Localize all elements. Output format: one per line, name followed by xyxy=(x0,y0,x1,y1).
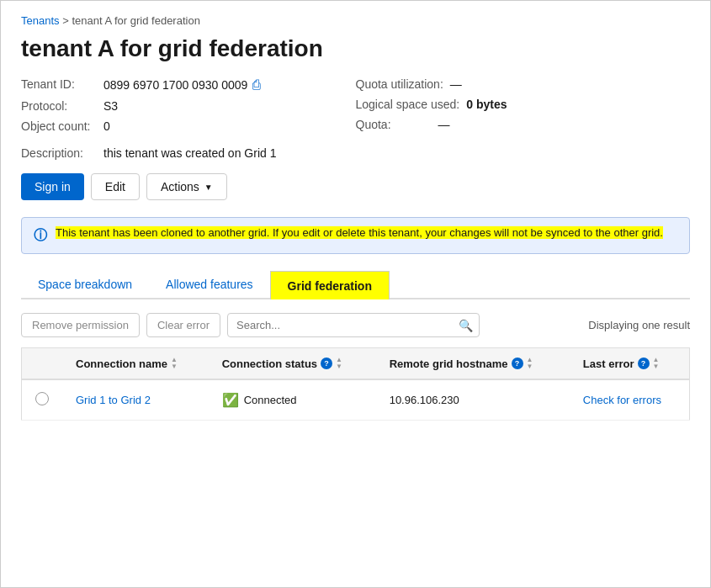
connection-status-value: Connected xyxy=(244,394,297,406)
actions-label: Actions xyxy=(161,180,199,193)
tab-space-breakdown-label: Space breakdown xyxy=(38,278,132,291)
row-select-cell xyxy=(22,379,63,421)
quota-utilization-value: — xyxy=(450,77,462,91)
quota-utilization-row: Quota utilization: — xyxy=(356,77,691,91)
sort-remote-grid-hostname[interactable]: ▲ ▼ xyxy=(527,357,533,370)
description-label: Description: xyxy=(21,146,97,160)
description-row: Description: this tenant was created on … xyxy=(21,146,690,160)
th-last-error: Last error ? ▲ ▼ xyxy=(570,348,690,380)
logical-space-value: 0 bytes xyxy=(466,98,507,111)
banner-text: This tenant has been cloned to another g… xyxy=(56,226,663,239)
object-count-label: Object count: xyxy=(21,119,97,133)
actions-button[interactable]: Actions ▼ xyxy=(146,173,227,200)
tenant-info-left: Tenant ID: 0899 6970 1700 0930 0009 ⎙ Pr… xyxy=(21,77,356,133)
row-radio[interactable] xyxy=(35,392,49,405)
remote-grid-hostname-help-icon[interactable]: ? xyxy=(512,358,523,369)
th-connection-name-label: Connection name xyxy=(76,358,167,370)
tenant-id-value-row: 0899 6970 1700 0930 0009 ⎙ xyxy=(103,77,261,93)
quota-value: — xyxy=(438,118,450,131)
quota-label: Quota: xyxy=(356,118,432,131)
page-title: tenant A for grid federation xyxy=(21,35,690,62)
data-table: Connection name ▲ ▼ Connection status ? … xyxy=(21,347,690,421)
description-value: this tenant was created on Grid 1 xyxy=(103,146,276,160)
chevron-down-icon: ▼ xyxy=(204,183,213,192)
tenant-id-row: Tenant ID: 0899 6970 1700 0930 0009 ⎙ xyxy=(21,77,356,93)
connection-name-link[interactable]: Grid 1 to Grid 2 xyxy=(76,394,151,406)
connection-status-help-icon[interactable]: ? xyxy=(321,358,332,369)
tab-allowed-features[interactable]: Allowed features xyxy=(149,271,270,299)
quota-utilization-label: Quota utilization: xyxy=(356,77,443,91)
logical-space-label: Logical space used: xyxy=(356,98,460,111)
table-row: Grid 1 to Grid 2 ✅ Connected 10.96.106.2… xyxy=(22,379,690,421)
copy-icon[interactable]: ⎙ xyxy=(252,77,261,93)
banner-highlight: This tenant has been cloned to another g… xyxy=(56,226,663,239)
tabs-row: Space breakdown Allowed features Grid fe… xyxy=(21,271,690,299)
search-input[interactable] xyxy=(227,313,480,337)
th-remote-grid-hostname: Remote grid hostname ? ▲ ▼ xyxy=(376,348,570,380)
status-connected: ✅ Connected xyxy=(222,392,363,408)
tenant-info-grid: Tenant ID: 0899 6970 1700 0930 0009 ⎙ Pr… xyxy=(21,77,690,133)
sign-in-button[interactable]: Sign in xyxy=(21,173,84,200)
th-last-error-label: Last error xyxy=(583,358,634,370)
th-select xyxy=(22,348,63,380)
th-remote-grid-hostname-label: Remote grid hostname xyxy=(390,358,508,370)
table-controls: Remove permission Clear error 🔍 Displayi… xyxy=(21,313,690,337)
tab-space-breakdown[interactable]: Space breakdown xyxy=(21,271,149,299)
breadcrumb-separator: > xyxy=(62,14,72,27)
tab-grid-federation-label: Grid federation xyxy=(288,279,372,293)
info-banner: ⓘ This tenant has been cloned to another… xyxy=(21,217,690,254)
tenant-id-value: 0899 6970 1700 0930 0009 xyxy=(103,78,247,92)
tenant-info-right: Quota utilization: — Logical space used:… xyxy=(356,77,691,133)
clear-error-button[interactable]: Clear error xyxy=(146,313,220,337)
logical-space-row: Logical space used: 0 bytes xyxy=(356,98,691,111)
th-connection-status-label: Connection status xyxy=(222,358,317,370)
check-for-errors-link[interactable]: Check for errors xyxy=(583,394,661,406)
protocol-value: S3 xyxy=(103,99,118,113)
result-count: Displaying one result xyxy=(588,319,690,331)
edit-button[interactable]: Edit xyxy=(91,173,140,200)
object-count-row: Object count: 0 xyxy=(21,119,356,133)
row-remote-grid-hostname: 10.96.106.230 xyxy=(376,379,570,421)
tab-grid-federation[interactable]: Grid federation xyxy=(270,271,390,299)
object-count-value: 0 xyxy=(103,119,110,133)
th-connection-status: Connection status ? ▲ ▼ xyxy=(209,348,376,380)
th-connection-name: Connection name ▲ ▼ xyxy=(62,348,209,380)
search-box: 🔍 xyxy=(227,313,480,337)
quota-row: Quota: — xyxy=(356,118,691,131)
sort-connection-status[interactable]: ▲ ▼ xyxy=(336,357,342,370)
last-error-help-icon[interactable]: ? xyxy=(638,358,650,369)
remove-permission-button[interactable]: Remove permission xyxy=(21,313,140,337)
search-icon: 🔍 xyxy=(459,319,473,332)
button-row: Sign in Edit Actions ▼ xyxy=(21,173,690,200)
protocol-row: Protocol: S3 xyxy=(21,99,356,113)
sort-last-error[interactable]: ▲ ▼ xyxy=(653,357,660,370)
sort-connection-name[interactable]: ▲ ▼ xyxy=(171,357,178,370)
table-header-row: Connection name ▲ ▼ Connection status ? … xyxy=(22,348,690,380)
protocol-label: Protocol: xyxy=(21,99,97,113)
row-last-error: Check for errors xyxy=(570,379,690,421)
tenant-id-label: Tenant ID: xyxy=(21,77,97,91)
tab-allowed-features-label: Allowed features xyxy=(166,278,253,291)
row-connection-status: ✅ Connected xyxy=(209,379,376,421)
breadcrumb-current: tenant A for grid federation xyxy=(72,14,200,27)
breadcrumb: Tenants > tenant A for grid federation xyxy=(21,14,690,27)
check-icon: ✅ xyxy=(222,392,239,408)
remote-grid-hostname-value: 10.96.106.230 xyxy=(390,394,459,406)
breadcrumb-parent[interactable]: Tenants xyxy=(21,14,60,27)
info-icon: ⓘ xyxy=(34,227,47,245)
row-connection-name: Grid 1 to Grid 2 xyxy=(62,379,209,421)
